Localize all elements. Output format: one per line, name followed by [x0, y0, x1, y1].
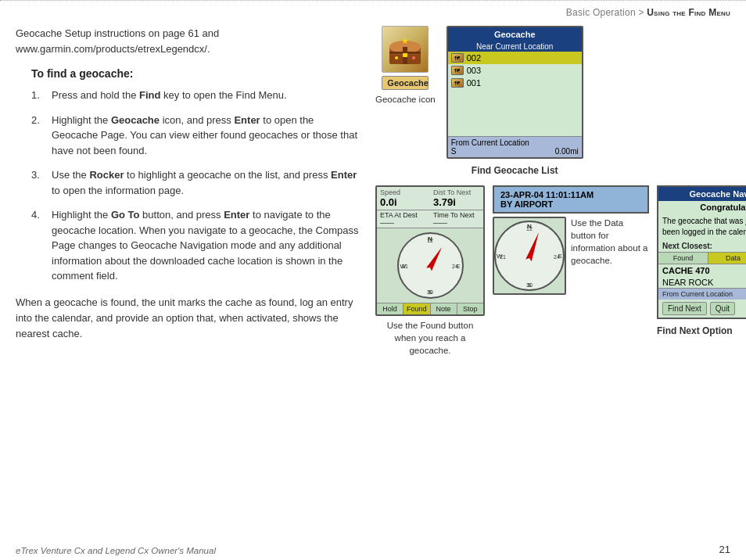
compass-circle: N S E W 12 30 21 24: [397, 232, 464, 299]
geocache-cache-name: CACHE 470: [658, 264, 746, 277]
right-column: Geocache Geocache icon Geocache Near Cur…: [375, 26, 746, 357]
compass-top-row: Speed 0.0i Dist To Next 3.79i: [377, 187, 483, 210]
geocache-nav-area: Geocache Navigation Congratulations The …: [657, 185, 746, 336]
compass2-circle: N S E W 12 30 21 24: [494, 221, 565, 291]
compass2-row: N S E W 12 30 21 24: [493, 217, 649, 295]
compass-stop-btn[interactable]: Stop: [457, 303, 483, 314]
gps-list-spacer: [448, 89, 582, 136]
svg-text:12: 12: [427, 238, 433, 243]
geocache-nav-header: Geocache Navigation: [658, 187, 746, 201]
gps-footer-dir: S: [451, 147, 457, 156]
step-num: 2.: [31, 113, 45, 159]
geocache-icon-block: Geocache Geocache icon: [375, 26, 436, 106]
page-footer: eTrex Venture Cx and Legend Cx Owner's M…: [0, 539, 746, 560]
svg-text:24: 24: [554, 254, 560, 260]
middle-nav-area: 23-APR-04 11:01:11AM BY AIRPORT N S E W: [493, 185, 649, 295]
step-text: Use the Rocker to highlight a geocache o…: [52, 167, 360, 198]
gps-screen-header: Geocache: [448, 27, 582, 41]
geocache-nav-data-btn[interactable]: Data: [708, 253, 746, 264]
compass-time-val: ——: [433, 219, 480, 227]
gps-list-id: 003: [467, 66, 481, 75]
svg-marker-13: [426, 246, 444, 271]
section-title: To find a geocache:: [31, 67, 360, 80]
geocache-icon: [382, 26, 429, 73]
geocache-nav-body: The geocache that was just found has bee…: [658, 214, 746, 240]
svg-text:30: 30: [526, 282, 533, 288]
gps-footer-dist: 0.00mi: [555, 147, 579, 156]
breadcrumb-plain: Basic Operation >: [566, 7, 647, 18]
breadcrumb-bold: Using the Find Menu: [647, 7, 730, 18]
gps-screen-caption: Find Geocache List: [472, 165, 558, 176]
page-number: 21: [719, 544, 730, 555]
instructions-list: 1. Press and hold the Find key to open t…: [31, 88, 360, 284]
geocache-nav-found-btn[interactable]: Found: [658, 253, 708, 264]
gps-compass-screen: Speed 0.0i Dist To Next 3.79i ETA At Des…: [375, 185, 485, 316]
gps-list-item: 🗺 003: [448, 64, 582, 77]
gps-screen-subheader: Near Current Location: [448, 41, 582, 52]
compass-found-btn[interactable]: Found: [403, 303, 430, 314]
step-text: Highlight the Go To button, and press En…: [52, 207, 360, 284]
step-num: 4.: [31, 207, 45, 284]
step-num: 1.: [31, 88, 45, 103]
gps-list-id: 002: [467, 53, 481, 63]
geocache-nav-congrats: Congratulations: [658, 201, 746, 214]
date-line-2: BY AIRPORT: [500, 199, 641, 209]
gps-list-id: 001: [467, 78, 481, 88]
compass-eta-label: ETA At Dest: [380, 211, 427, 219]
svg-marker-18: [525, 231, 542, 260]
geocache-find-next-btn[interactable]: Find Next: [662, 302, 707, 315]
gps-list-footer: From Current Location S 0.00mi: [448, 136, 582, 157]
gps-footer-label: From Current Location: [451, 138, 579, 147]
geocache-near-rock: NEAR ROCK: [658, 277, 746, 288]
left-column: Geocache Setup instructions on page 61 a…: [16, 26, 360, 357]
geocache-from-loc: From Current Location: [658, 288, 746, 300]
main-content: Geocache Setup instructions on page 61 a…: [0, 26, 746, 357]
compass-eta-val: ——: [380, 219, 427, 227]
compass-speed-label: Speed: [380, 188, 427, 196]
page-header: Basic Operation > Using the Find Menu: [0, 0, 746, 21]
compass-dist-label: Dist To Next: [433, 188, 480, 196]
closing-text: When a geocache is found, the unit marks…: [16, 295, 360, 342]
compass-time: Time To Next ——: [430, 210, 483, 228]
geocache-quit-btn[interactable]: Quit: [710, 302, 735, 315]
step-text: Press and hold the Find key to open the …: [52, 88, 287, 103]
svg-rect-5: [403, 53, 407, 57]
compass-body: N S E W 12 30 21 24: [377, 228, 483, 303]
svg-text:30: 30: [427, 289, 433, 295]
compass-caption: Use the Found button when you reach a ge…: [379, 319, 481, 357]
compass-note-btn[interactable]: Note: [431, 303, 457, 314]
list-item: 3. Use the Rocker to highlight a geocach…: [31, 167, 360, 198]
gps-list-item: 🗺 002: [448, 52, 582, 64]
page-container: Basic Operation > Using the Find Menu Ge…: [0, 0, 746, 560]
svg-point-7: [412, 56, 415, 59]
list-item: 1. Press and hold the Find key to open t…: [31, 88, 360, 103]
geocache-label-badge: Geocache: [382, 76, 429, 90]
gps-list-icon: 🗺: [451, 66, 464, 75]
list-item: 4. Highlight the Go To button, and press…: [31, 207, 360, 284]
svg-text:12: 12: [526, 226, 533, 232]
geocache-panel: Geocache Geocache icon Geocache Near Cur…: [375, 26, 746, 176]
date-line-1: 23-APR-04 11:01:11AM: [500, 190, 641, 199]
intro-text: Geocache Setup instructions on page 61 a…: [16, 26, 360, 56]
compass-mid-row: ETA At Dest —— Time To Next ——: [377, 210, 483, 228]
compass-hold-btn[interactable]: Hold: [377, 303, 403, 314]
svg-text:24: 24: [452, 264, 458, 269]
geocache-nav-next: Next Closest:: [658, 240, 746, 252]
right-bottom-row: Speed 0.0i Dist To Next 3.79i ETA At Des…: [375, 185, 746, 357]
find-next-caption: Find Next Option: [657, 325, 733, 336]
svg-text:21: 21: [500, 254, 506, 260]
gps-list-icon: 🗺: [451, 78, 464, 88]
compass-speed-val: 0.0i: [380, 196, 427, 208]
footer-manual-title: eTrex Venture Cx and Legend Cx Owner's M…: [16, 546, 216, 555]
list-item: 2. Highlight the Geocache icon, and pres…: [31, 113, 360, 159]
svg-text:21: 21: [402, 264, 408, 269]
compass-dist: Dist To Next 3.79i: [430, 187, 483, 210]
compass-panel: Speed 0.0i Dist To Next 3.79i ETA At Des…: [375, 185, 485, 357]
geocache-nav-panel: Geocache Navigation Congratulations The …: [657, 185, 746, 319]
gps-list-icon: 🗺: [451, 53, 464, 63]
compass-bottom-bar: Hold Found Note Stop: [377, 303, 483, 314]
date-screen: 23-APR-04 11:01:11AM BY AIRPORT: [493, 185, 649, 214]
gps-list-panel: Geocache Near Current Location 🗺 002 🗺 0…: [447, 26, 583, 176]
geocache-find-row: Find Next Quit: [658, 300, 746, 318]
step-text: Highlight the Geocache icon, and press E…: [52, 113, 360, 159]
